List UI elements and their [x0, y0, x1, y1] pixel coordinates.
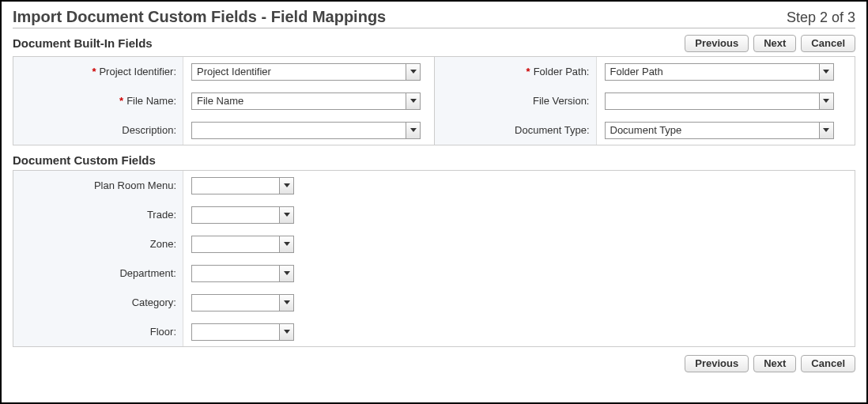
- trade-label: Trade:: [13, 200, 183, 229]
- trade-dropdown-button[interactable]: [279, 207, 293, 223]
- required-asterisk: *: [92, 66, 96, 77]
- project-identifier-value: Project Identifier: [192, 66, 406, 77]
- bottom-button-group: Previous Next Cancel: [13, 355, 855, 372]
- cancel-button-bottom[interactable]: Cancel: [801, 355, 855, 372]
- category-label: Category:: [13, 288, 183, 317]
- builtin-right-column: * Folder Path: Folder Path File Version:: [435, 57, 855, 145]
- chevron-down-icon: [410, 99, 417, 103]
- category-combo[interactable]: [191, 294, 294, 311]
- description-dropdown-button[interactable]: [406, 123, 420, 138]
- builtin-fields-panel: * Project Identifier: Project Identifier…: [13, 56, 855, 145]
- custom-section-title: Document Custom Fields: [13, 153, 855, 167]
- previous-button[interactable]: Previous: [685, 35, 749, 52]
- top-button-group: Previous Next Cancel: [685, 35, 855, 52]
- required-asterisk: *: [526, 66, 530, 77]
- document-type-dropdown-button[interactable]: [819, 123, 833, 138]
- chevron-down-icon: [410, 128, 417, 132]
- custom-fields-panel: Plan Room Menu: Trade: Z: [13, 170, 855, 347]
- page-header: Import Document Custom Fields - Field Ma…: [13, 8, 855, 28]
- folder-path-dropdown-button[interactable]: [819, 64, 833, 80]
- file-version-label: File Version:: [435, 86, 597, 115]
- folder-path-combo[interactable]: Folder Path: [605, 63, 834, 81]
- chevron-down-icon: [823, 99, 829, 103]
- chevron-down-icon: [823, 70, 829, 74]
- project-identifier-combo[interactable]: Project Identifier: [191, 63, 421, 81]
- project-identifier-dropdown-button[interactable]: [406, 64, 420, 80]
- plan-room-menu-label: Plan Room Menu:: [13, 171, 183, 200]
- builtin-left-column: * Project Identifier: Project Identifier…: [13, 57, 434, 145]
- file-name-dropdown-button[interactable]: [406, 93, 420, 109]
- folder-path-value: Folder Path: [606, 66, 819, 77]
- document-type-label: Document Type:: [435, 115, 597, 145]
- floor-dropdown-button[interactable]: [279, 324, 293, 340]
- chevron-down-icon: [284, 271, 290, 275]
- next-button-bottom[interactable]: Next: [753, 355, 796, 372]
- department-label: Department:: [13, 259, 183, 288]
- floor-combo[interactable]: [191, 323, 294, 341]
- department-dropdown-button[interactable]: [279, 266, 293, 281]
- file-name-value: File Name: [192, 95, 406, 107]
- chevron-down-icon: [284, 213, 290, 217]
- import-custom-fields-page: Import Document Custom Fields - Field Ma…: [0, 0, 868, 404]
- step-indicator: Step 2 of 3: [787, 9, 855, 26]
- chevron-down-icon: [284, 330, 290, 334]
- page-title: Import Document Custom Fields - Field Ma…: [13, 8, 386, 26]
- next-button[interactable]: Next: [753, 35, 796, 52]
- chevron-down-icon: [284, 242, 290, 246]
- file-name-combo[interactable]: File Name: [191, 93, 421, 110]
- plan-room-menu-dropdown-button[interactable]: [279, 178, 293, 194]
- file-version-combo[interactable]: [605, 93, 834, 110]
- floor-label: Floor:: [13, 317, 183, 346]
- description-label: Description:: [13, 115, 183, 145]
- previous-button-bottom[interactable]: Previous: [685, 355, 749, 372]
- file-version-dropdown-button[interactable]: [819, 93, 833, 109]
- description-combo[interactable]: [191, 122, 421, 139]
- file-name-label: * File Name:: [13, 86, 183, 115]
- folder-path-label: * Folder Path:: [435, 57, 597, 86]
- category-dropdown-button[interactable]: [279, 295, 293, 311]
- document-type-combo[interactable]: Document Type: [605, 122, 834, 139]
- plan-room-menu-combo[interactable]: [191, 177, 294, 194]
- required-asterisk: *: [119, 95, 123, 107]
- zone-combo[interactable]: [191, 236, 294, 253]
- project-identifier-label: * Project Identifier:: [13, 57, 183, 86]
- cancel-button[interactable]: Cancel: [801, 35, 855, 52]
- department-combo[interactable]: [191, 265, 294, 282]
- chevron-down-icon: [284, 183, 290, 187]
- trade-combo[interactable]: [191, 206, 294, 224]
- chevron-down-icon: [284, 300, 290, 304]
- zone-dropdown-button[interactable]: [279, 236, 293, 252]
- builtin-section-title: Document Built-In Fields: [13, 36, 153, 50]
- chevron-down-icon: [823, 128, 829, 132]
- document-type-value: Document Type: [606, 124, 819, 136]
- builtin-section-header: Document Built-In Fields Previous Next C…: [13, 33, 855, 53]
- chevron-down-icon: [410, 70, 417, 74]
- zone-label: Zone:: [13, 229, 183, 259]
